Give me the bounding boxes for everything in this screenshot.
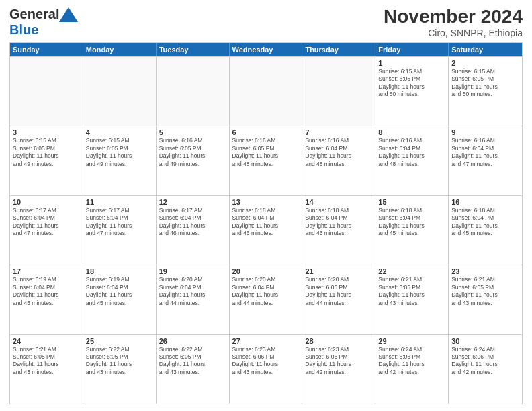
day-info: Sunrise: 6:16 AMSunset: 6:05 PMDaylight:… bbox=[159, 137, 226, 168]
cal-cell-day-14: 14Sunrise: 6:18 AMSunset: 6:04 PMDayligh… bbox=[302, 196, 375, 265]
day-info: Sunrise: 6:20 AMSunset: 6:04 PMDaylight:… bbox=[159, 276, 226, 307]
day-info: Sunrise: 6:21 AMSunset: 6:05 PMDaylight:… bbox=[13, 346, 80, 377]
day-number: 14 bbox=[305, 198, 372, 206]
day-info: Sunrise: 6:16 AMSunset: 6:04 PMDaylight:… bbox=[305, 137, 372, 168]
day-number: 15 bbox=[378, 198, 445, 206]
day-number: 18 bbox=[86, 267, 153, 275]
cal-header-sunday: Sunday bbox=[10, 43, 83, 56]
cal-header-tuesday: Tuesday bbox=[157, 43, 230, 56]
cal-cell-day-5: 5Sunrise: 6:16 AMSunset: 6:05 PMDaylight… bbox=[157, 126, 230, 195]
day-number: 25 bbox=[86, 337, 153, 345]
day-info: Sunrise: 6:17 AMSunset: 6:04 PMDaylight:… bbox=[13, 207, 80, 238]
day-number: 24 bbox=[13, 337, 80, 345]
cal-cell-day-4: 4Sunrise: 6:15 AMSunset: 6:05 PMDaylight… bbox=[83, 126, 157, 195]
page: General Blue November 2024 Ciro, SNNPR, … bbox=[0, 0, 532, 411]
day-info: Sunrise: 6:23 AMSunset: 6:06 PMDaylight:… bbox=[305, 346, 372, 377]
day-info: Sunrise: 6:22 AMSunset: 6:05 PMDaylight:… bbox=[159, 346, 226, 377]
day-info: Sunrise: 6:18 AMSunset: 6:04 PMDaylight:… bbox=[305, 207, 372, 238]
day-info: Sunrise: 6:17 AMSunset: 6:04 PMDaylight:… bbox=[86, 207, 153, 238]
cal-cell-day-3: 3Sunrise: 6:15 AMSunset: 6:05 PMDaylight… bbox=[10, 126, 83, 195]
cal-cell-empty bbox=[230, 57, 303, 126]
day-info: Sunrise: 6:15 AMSunset: 6:05 PMDaylight:… bbox=[86, 137, 153, 168]
day-number: 2 bbox=[451, 59, 519, 67]
cal-header-friday: Friday bbox=[375, 43, 449, 56]
cal-cell-day-19: 19Sunrise: 6:20 AMSunset: 6:04 PMDayligh… bbox=[157, 265, 230, 334]
cal-cell-day-27: 27Sunrise: 6:23 AMSunset: 6:06 PMDayligh… bbox=[230, 335, 303, 404]
cal-cell-day-22: 22Sunrise: 6:21 AMSunset: 6:05 PMDayligh… bbox=[375, 265, 449, 334]
day-number: 6 bbox=[232, 128, 300, 136]
cal-cell-day-1: 1Sunrise: 6:15 AMSunset: 6:05 PMDaylight… bbox=[375, 57, 449, 126]
logo-general: General bbox=[9, 7, 59, 22]
title-block: November 2024 Ciro, SNNPR, Ethiopia bbox=[384, 7, 523, 38]
day-number: 16 bbox=[451, 198, 519, 206]
day-number: 19 bbox=[159, 267, 226, 275]
day-number: 21 bbox=[305, 267, 372, 275]
day-number: 29 bbox=[378, 337, 445, 345]
cal-week-5: 24Sunrise: 6:21 AMSunset: 6:05 PMDayligh… bbox=[10, 334, 522, 404]
page-subtitle: Ciro, SNNPR, Ethiopia bbox=[384, 28, 523, 38]
day-number: 3 bbox=[13, 128, 80, 136]
page-title: November 2024 bbox=[384, 7, 523, 28]
cal-cell-empty bbox=[83, 57, 157, 126]
cal-cell-day-12: 12Sunrise: 6:17 AMSunset: 6:04 PMDayligh… bbox=[157, 196, 230, 265]
cal-cell-day-15: 15Sunrise: 6:18 AMSunset: 6:04 PMDayligh… bbox=[375, 196, 449, 265]
cal-cell-day-29: 29Sunrise: 6:24 AMSunset: 6:06 PMDayligh… bbox=[375, 335, 449, 404]
cal-cell-day-30: 30Sunrise: 6:24 AMSunset: 6:06 PMDayligh… bbox=[449, 335, 522, 404]
day-number: 5 bbox=[159, 128, 226, 136]
cal-cell-empty bbox=[10, 57, 83, 126]
day-number: 4 bbox=[86, 128, 153, 136]
day-info: Sunrise: 6:20 AMSunset: 6:05 PMDaylight:… bbox=[305, 276, 372, 307]
day-number: 28 bbox=[305, 337, 372, 345]
day-info: Sunrise: 6:16 AMSunset: 6:04 PMDaylight:… bbox=[451, 137, 519, 168]
cal-week-2: 3Sunrise: 6:15 AMSunset: 6:05 PMDaylight… bbox=[10, 126, 522, 195]
day-number: 7 bbox=[305, 128, 372, 136]
day-number: 23 bbox=[451, 267, 519, 275]
day-info: Sunrise: 6:20 AMSunset: 6:04 PMDaylight:… bbox=[232, 276, 300, 307]
cal-cell-day-23: 23Sunrise: 6:21 AMSunset: 6:05 PMDayligh… bbox=[449, 265, 522, 334]
day-info: Sunrise: 6:21 AMSunset: 6:05 PMDaylight:… bbox=[451, 276, 519, 307]
calendar-body: 1Sunrise: 6:15 AMSunset: 6:05 PMDaylight… bbox=[10, 56, 522, 404]
cal-cell-day-24: 24Sunrise: 6:21 AMSunset: 6:05 PMDayligh… bbox=[10, 335, 83, 404]
day-number: 30 bbox=[451, 337, 519, 345]
logo: General Blue bbox=[9, 7, 78, 38]
day-info: Sunrise: 6:16 AMSunset: 6:04 PMDaylight:… bbox=[378, 137, 445, 168]
day-number: 11 bbox=[86, 198, 153, 206]
day-info: Sunrise: 6:21 AMSunset: 6:05 PMDaylight:… bbox=[378, 276, 445, 307]
day-info: Sunrise: 6:16 AMSunset: 6:05 PMDaylight:… bbox=[232, 137, 300, 168]
day-info: Sunrise: 6:17 AMSunset: 6:04 PMDaylight:… bbox=[159, 207, 226, 238]
cal-cell-day-26: 26Sunrise: 6:22 AMSunset: 6:05 PMDayligh… bbox=[157, 335, 230, 404]
cal-cell-day-25: 25Sunrise: 6:22 AMSunset: 6:05 PMDayligh… bbox=[83, 335, 157, 404]
logo-blue: Blue bbox=[9, 22, 38, 37]
cal-cell-day-13: 13Sunrise: 6:18 AMSunset: 6:04 PMDayligh… bbox=[230, 196, 303, 265]
cal-cell-day-9: 9Sunrise: 6:16 AMSunset: 6:04 PMDaylight… bbox=[449, 126, 522, 195]
header: General Blue November 2024 Ciro, SNNPR, … bbox=[9, 7, 523, 38]
cal-week-3: 10Sunrise: 6:17 AMSunset: 6:04 PMDayligh… bbox=[10, 195, 522, 265]
cal-cell-day-18: 18Sunrise: 6:19 AMSunset: 6:04 PMDayligh… bbox=[83, 265, 157, 334]
cal-cell-day-21: 21Sunrise: 6:20 AMSunset: 6:05 PMDayligh… bbox=[302, 265, 375, 334]
cal-cell-empty bbox=[302, 57, 375, 126]
day-number: 1 bbox=[378, 59, 445, 67]
day-info: Sunrise: 6:19 AMSunset: 6:04 PMDaylight:… bbox=[86, 276, 153, 307]
day-info: Sunrise: 6:23 AMSunset: 6:06 PMDaylight:… bbox=[232, 346, 300, 377]
cal-header-wednesday: Wednesday bbox=[230, 43, 303, 56]
cal-cell-empty bbox=[157, 57, 230, 126]
cal-week-1: 1Sunrise: 6:15 AMSunset: 6:05 PMDaylight… bbox=[10, 56, 522, 126]
cal-cell-day-7: 7Sunrise: 6:16 AMSunset: 6:04 PMDaylight… bbox=[302, 126, 375, 195]
cal-cell-day-28: 28Sunrise: 6:23 AMSunset: 6:06 PMDayligh… bbox=[302, 335, 375, 404]
day-number: 27 bbox=[232, 337, 300, 345]
day-info: Sunrise: 6:18 AMSunset: 6:04 PMDaylight:… bbox=[451, 207, 519, 238]
cal-cell-day-10: 10Sunrise: 6:17 AMSunset: 6:04 PMDayligh… bbox=[10, 196, 83, 265]
day-number: 8 bbox=[378, 128, 445, 136]
day-number: 12 bbox=[159, 198, 226, 206]
day-number: 26 bbox=[159, 337, 226, 345]
cal-cell-day-11: 11Sunrise: 6:17 AMSunset: 6:04 PMDayligh… bbox=[83, 196, 157, 265]
day-info: Sunrise: 6:15 AMSunset: 6:05 PMDaylight:… bbox=[451, 68, 519, 99]
day-number: 9 bbox=[451, 128, 519, 136]
cal-header-saturday: Saturday bbox=[449, 43, 522, 56]
day-info: Sunrise: 6:18 AMSunset: 6:04 PMDaylight:… bbox=[378, 207, 445, 238]
day-info: Sunrise: 6:18 AMSunset: 6:04 PMDaylight:… bbox=[232, 207, 300, 238]
cal-cell-day-2: 2Sunrise: 6:15 AMSunset: 6:05 PMDaylight… bbox=[449, 57, 522, 126]
day-number: 22 bbox=[378, 267, 445, 275]
day-info: Sunrise: 6:24 AMSunset: 6:06 PMDaylight:… bbox=[378, 346, 445, 377]
day-number: 10 bbox=[13, 198, 80, 206]
